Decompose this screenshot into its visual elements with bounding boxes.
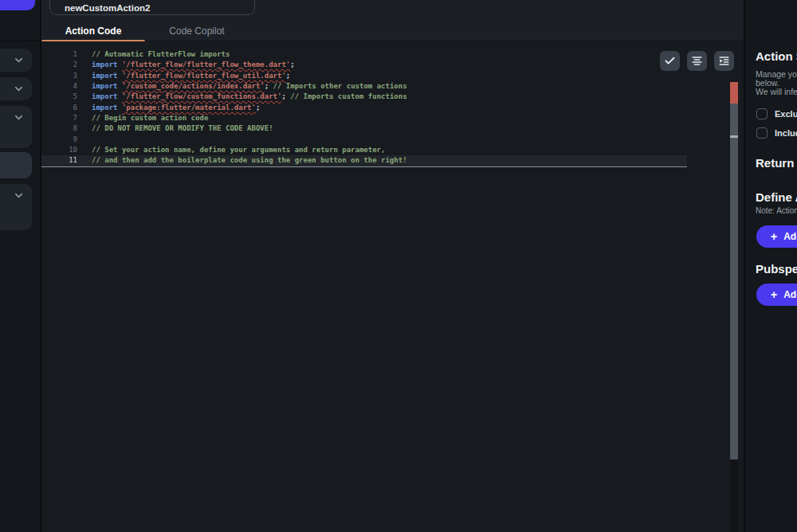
include-checkbox-row: Include	[756, 127, 797, 139]
main-editor-area: Action Code Code Copilot 1// Automatic F…	[41, 0, 744, 532]
line-number: 5	[41, 92, 77, 102]
code-editor[interactable]: 1// Automatic FlutterFlow imports2import…	[41, 41, 744, 532]
scrollbar-track	[730, 460, 738, 532]
exclude-checkbox-label: Exclude	[775, 109, 797, 119]
code-line-5[interactable]: 5import '/flutter_flow/custom_functions.…	[41, 92, 687, 102]
scrollbar[interactable]	[730, 82, 738, 460]
format-lines-icon	[691, 55, 703, 67]
tab-code-copilot-label: Code Copilot	[169, 25, 224, 37]
scrollbar-currentline-marker	[730, 135, 738, 138]
code-line-6[interactable]: 6import 'package:flutter/material.dart';	[41, 103, 687, 113]
code-line-3[interactable]: 3import '/flutter_flow/flutter_flow_util…	[41, 71, 687, 81]
format-code-button[interactable]	[687, 51, 707, 71]
line-number: 2	[41, 60, 77, 70]
code-text: import '/custom_code/actions/index.dart'…	[92, 81, 407, 92]
insert-boilerplate-button[interactable]	[714, 51, 734, 71]
code-text: import '/flutter_flow/custom_functions.d…	[92, 92, 407, 102]
code-line-11[interactable]: 11// and then add the boilerplate code u…	[41, 155, 687, 166]
add-dependency-button[interactable]: + Add	[756, 284, 797, 306]
code-text: import '/flutter_flow/flutter_flow_util.…	[92, 71, 290, 81]
define-arguments-note: Note: Action	[756, 206, 797, 215]
chevron-down-icon[interactable]	[13, 54, 25, 66]
sidebar-divider	[0, 40, 40, 41]
action-settings-title: Action S	[756, 49, 797, 63]
plus-icon: +	[771, 289, 777, 300]
line-number: 6	[41, 103, 77, 113]
code-text: // Begin custom action code	[92, 113, 208, 123]
check-icon	[664, 55, 676, 67]
line-number: 3	[41, 71, 77, 81]
code-text: // DO NOT REMOVE OR MODIFY THE CODE ABOV…	[92, 123, 273, 134]
line-number: 8	[41, 123, 77, 134]
indent-lines-icon	[718, 55, 730, 67]
line-number: 7	[41, 113, 77, 123]
code-line-2[interactable]: 2import '/flutter_flow/flutter_flow_them…	[41, 60, 687, 70]
sidebar-item-selected[interactable]	[0, 152, 32, 178]
code-line-4[interactable]: 4import '/custom_code/actions/index.dart…	[41, 81, 687, 92]
code-text: // Automatic FlutterFlow imports	[92, 49, 230, 60]
code-line-8[interactable]: 8// DO NOT REMOVE OR MODIFY THE CODE ABO…	[41, 123, 687, 134]
code-line-1[interactable]: 1// Automatic FlutterFlow imports	[41, 49, 687, 60]
tab-action-code-label: Action Code	[65, 25, 122, 37]
chevron-down-icon[interactable]	[13, 83, 25, 95]
chevron-down-icon[interactable]	[13, 190, 25, 201]
plus-icon: +	[771, 231, 777, 242]
pubspec-title: Pubspec	[756, 262, 797, 276]
code-text: // Set your action name, define your arg…	[92, 145, 385, 155]
tab-action-code[interactable]: Action Code	[41, 20, 145, 41]
editor-topbar	[41, 0, 744, 20]
add-dependency-button-label: Add	[783, 289, 797, 300]
return-value-title: Return V	[756, 156, 797, 170]
exclude-checkbox-row: Exclude	[756, 108, 797, 119]
code-line-7[interactable]: 7// Begin custom action code	[41, 113, 687, 123]
code-line-9[interactable]: 9	[41, 135, 687, 145]
add-argument-button[interactable]: + Add	[756, 225, 797, 248]
left-sidebar	[0, 0, 40, 532]
tab-code-copilot[interactable]: Code Copilot	[145, 20, 249, 41]
line-number: 4	[41, 81, 77, 92]
sidebar-collapsed-panel[interactable]	[0, 77, 32, 100]
sidebar-collapsed-panel[interactable]	[0, 49, 32, 72]
exclude-checkbox[interactable]	[756, 108, 768, 119]
custom-action-editor-window: Action Code Code Copilot 1// Automatic F…	[0, 0, 797, 532]
tab-bar: Action Code Code Copilot	[41, 20, 744, 41]
line-number: 1	[41, 49, 77, 60]
include-checkbox-label: Include	[775, 128, 797, 138]
line-number: 9	[41, 135, 77, 145]
validate-code-button[interactable]	[660, 51, 680, 71]
sidebar-accent-button[interactable]	[0, 0, 35, 10]
code-text: import 'package:flutter/material.dart';	[92, 103, 260, 113]
line-number: 11	[41, 155, 77, 166]
scrollbar-error-marker	[730, 82, 738, 104]
code-text: // and then add the boilerplate code usi…	[92, 155, 407, 166]
add-argument-button-label: Add	[783, 231, 797, 242]
sidebar-collapsed-panel[interactable]	[0, 184, 32, 230]
line-number: 10	[41, 145, 77, 155]
action-name-input[interactable]	[49, 0, 255, 15]
include-checkbox[interactable]	[756, 127, 768, 139]
sidebar-collapsed-panel[interactable]	[0, 106, 32, 148]
action-settings-panel: Action S Manage you below. We will infer…	[745, 0, 797, 532]
code-lines: 1// Automatic FlutterFlow imports2import…	[41, 49, 744, 166]
code-text: import '/flutter_flow/flutter_flow_theme…	[92, 60, 295, 70]
code-line-10[interactable]: 10// Set your action name, define your a…	[41, 145, 687, 155]
define-arguments-title: Define A	[756, 190, 797, 204]
chevron-down-icon[interactable]	[13, 111, 25, 123]
settings-description-line3: We will infer	[756, 88, 797, 96]
